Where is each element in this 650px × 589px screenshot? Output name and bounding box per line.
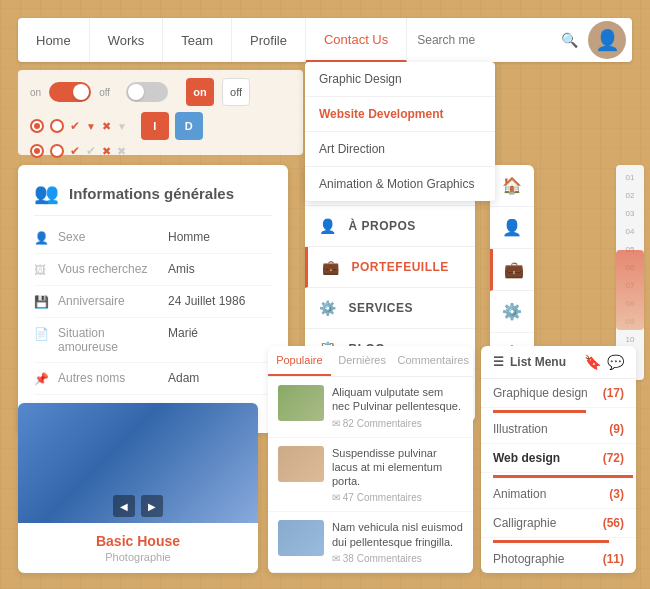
dropdown-item-art[interactable]: Art Direction <box>305 132 495 167</box>
tab-populaire[interactable]: Populaire <box>268 346 331 376</box>
button-off[interactable]: off <box>222 78 250 106</box>
toggle-row-1: on off on off <box>30 78 291 106</box>
article-title-1: Aliquam vulputate sem nec Pulvinar pelle… <box>332 385 463 414</box>
label-situation: Situation amoureuse <box>58 326 168 354</box>
list-label-calligraphie: Calligraphie <box>493 516 556 530</box>
check-icon-1: ✔ <box>70 119 80 133</box>
article-thumb-2 <box>278 446 324 482</box>
button-on[interactable]: on <box>186 78 214 106</box>
x-icon-red: ✖ <box>102 120 111 133</box>
portfolio-icon: 💼 <box>322 259 340 275</box>
bookmark-icon[interactable]: 🔖 <box>584 354 601 370</box>
article-item-3: Nam vehicula nisl euismod dui pellentesq… <box>268 512 473 573</box>
tabs-header: Populaire Dernières Commentaires <box>268 346 473 377</box>
icon-nav-portfolio[interactable]: 💼 <box>490 249 534 291</box>
dropdown-item-web[interactable]: Website Development <box>305 97 495 132</box>
icon-nav-settings[interactable]: ⚙️ <box>490 291 534 333</box>
value-anniversaire: 24 Juillet 1986 <box>168 294 245 308</box>
arrow-down-gray: ▼ <box>117 121 127 132</box>
button-d[interactable]: D <box>175 112 203 140</box>
icon-nav-home[interactable]: 🏠 <box>490 165 534 207</box>
icon-nav-user[interactable]: 👤 <box>490 207 534 249</box>
article-item-1: Aliquam vulputate sem nec Pulvinar pelle… <box>268 377 473 438</box>
chat-icon[interactable]: 💬 <box>607 354 624 370</box>
info-row-autres: 📌 Autres noms Adam <box>34 371 272 395</box>
article-thumb-3 <box>278 520 324 556</box>
x-icon-red-2: ✖ <box>102 145 111 158</box>
list-item-animation[interactable]: Animation (3) <box>481 480 636 509</box>
value-sexe: Homme <box>168 230 210 244</box>
label-anniversaire: Anniversaire <box>58 294 168 308</box>
list-label-webdesign: Web design <box>493 451 560 465</box>
users-icon: 👥 <box>34 181 59 205</box>
dropdown-item-animation[interactable]: Animation & Motion Graphics <box>305 167 495 201</box>
radio-empty-2[interactable] <box>50 144 64 158</box>
image-placeholder: ◀ ▶ <box>18 403 258 523</box>
list-item-photographie[interactable]: Photographie (11) <box>481 545 636 573</box>
nav-menu-apropos-label: À PROPOS <box>349 219 416 233</box>
nav-profile[interactable]: Profile <box>232 18 306 62</box>
ruler-03: 03 <box>626 205 635 223</box>
list-count-graphique: (17) <box>603 386 624 400</box>
nav-menu-apropos[interactable]: 👤 À PROPOS <box>305 206 475 247</box>
on-label: on <box>30 87 41 98</box>
tab-dernieres[interactable]: Dernières <box>331 346 394 376</box>
gender-icon: 👤 <box>34 231 58 245</box>
list-menu-header: ☰ List Menu 🔖 💬 <box>481 346 636 379</box>
list-bar-graphique <box>493 410 586 413</box>
nav-menu-portefeuille[interactable]: 💼 PORTEFEUILLE <box>305 247 475 288</box>
article-thumb-1 <box>278 385 324 421</box>
list-label-illustration: Illustration <box>493 422 548 436</box>
nav-team[interactable]: Team <box>163 18 232 62</box>
toggle-off-knob <box>128 84 144 100</box>
list-item-webdesign[interactable]: Web design (72) <box>481 444 636 473</box>
value-situation: Marié <box>168 326 198 340</box>
ruler-01: 01 <box>626 169 635 187</box>
value-recherchez: Amis <box>168 262 195 276</box>
radio-row-2: ✔ ✔ ✖ ✖ <box>30 144 291 158</box>
dropdown-menu: Graphic Design Website Development Art D… <box>305 62 495 201</box>
list-count-animation: (3) <box>609 487 624 501</box>
check-icon-gray: ✔ <box>86 144 96 158</box>
list-count-photographie: (11) <box>603 552 624 566</box>
button-i[interactable]: I <box>141 112 169 140</box>
nav-menu-services[interactable]: ⚙️ SERVICES <box>305 288 475 329</box>
check-icon-2: ✔ <box>70 144 80 158</box>
list-label-animation: Animation <box>493 487 546 501</box>
tabs-panel: Populaire Dernières Commentaires Aliquam… <box>268 346 473 573</box>
apropos-icon: 👤 <box>319 218 337 234</box>
image-card: ◀ ▶ Basic House Photographie <box>18 403 258 573</box>
nav-home[interactable]: Home <box>18 18 90 62</box>
radio-empty-1[interactable] <box>50 119 64 133</box>
tag-icon: 📌 <box>34 372 58 386</box>
label-recherchez: Vous recherchez <box>58 262 168 276</box>
info-row-recherchez: 🖼 Vous recherchez Amis <box>34 262 272 286</box>
img-prev-button[interactable]: ◀ <box>113 495 135 517</box>
article-meta-1: ✉ 82 Commentaires <box>332 418 463 429</box>
nav-contact[interactable]: Contact Us <box>306 18 407 62</box>
ruler-slider[interactable] <box>616 250 644 330</box>
toggle-on[interactable] <box>49 82 91 102</box>
info-panel-title: Informations générales <box>69 185 234 202</box>
search-input[interactable] <box>417 33 561 47</box>
info-row-situation: 📄 Situation amoureuse Marié <box>34 326 272 363</box>
toggle-off[interactable] <box>126 82 168 102</box>
heart-icon: 📄 <box>34 327 58 341</box>
img-next-button[interactable]: ▶ <box>141 495 163 517</box>
article-meta-2: ✉ 47 Commentaires <box>332 492 463 503</box>
radio-filled-1[interactable] <box>30 119 44 133</box>
ruler-02: 02 <box>626 187 635 205</box>
info-row-anniversaire: 💾 Anniversaire 24 Juillet 1986 <box>34 294 272 318</box>
list-item-illustration[interactable]: Illustration (9) <box>481 415 636 444</box>
article-text-2: Suspendisse pulvinar lacus at mi element… <box>332 446 463 504</box>
list-item-calligraphie[interactable]: Calligraphie (56) <box>481 509 636 538</box>
list-count-calligraphie: (56) <box>603 516 624 530</box>
off-label: off <box>99 87 110 98</box>
article-text-3: Nam vehicula nisl euismod dui pellentesq… <box>332 520 463 564</box>
list-item-graphique[interactable]: Graphique design (17) <box>481 379 636 408</box>
nav-works[interactable]: Works <box>90 18 164 62</box>
dropdown-item-graphic[interactable]: Graphic Design <box>305 62 495 97</box>
article-title-2: Suspendisse pulvinar lacus at mi element… <box>332 446 463 489</box>
radio-filled-2[interactable] <box>30 144 44 158</box>
tab-commentaires[interactable]: Commentaires <box>393 346 473 376</box>
